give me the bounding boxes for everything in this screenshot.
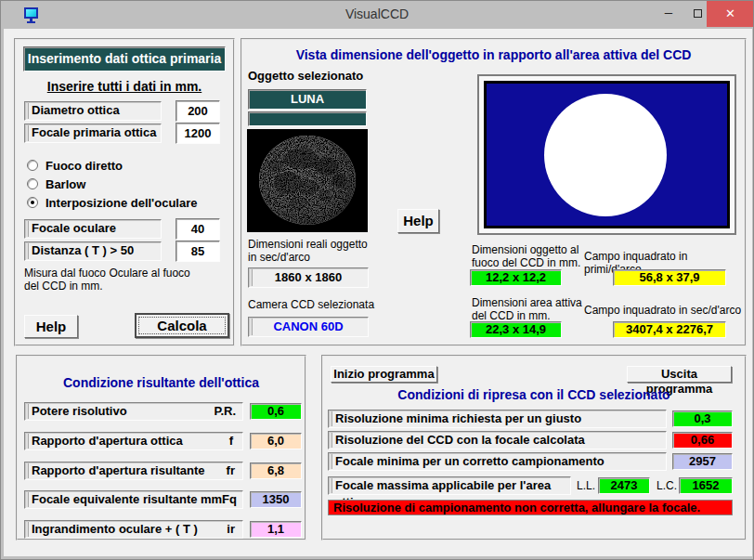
row-symbol: fr	[227, 462, 235, 479]
row-label: Potere risolutivo	[32, 404, 127, 418]
object-select-empty[interactable]	[248, 111, 367, 126]
radio-icon	[27, 160, 38, 171]
measure-note-line2: del CCD in mm.	[24, 280, 103, 293]
ll-label: L.L.	[577, 479, 595, 492]
focale-equivalente-label: Focale equivalente risultante mm. Fq	[24, 490, 243, 509]
window-title: VisualCCD	[1, 7, 753, 21]
distanza-text: Distanza ( T ) > 50	[32, 243, 134, 257]
distanza-input[interactable]: 85	[176, 241, 220, 262]
lc-value: 1652	[679, 477, 733, 494]
row-symbol: ir	[227, 521, 235, 538]
ingrandimento-value: 1,1	[250, 521, 302, 538]
obj-focus-value: 12,2 x 12,2	[470, 269, 562, 286]
primary-optics-panel: Inserimento dati ottica primaria Inserir…	[14, 38, 235, 346]
row-label: Ingrandimento oculare + ( T )	[32, 522, 198, 536]
diametro-ottica-input[interactable]: 200	[176, 100, 220, 122]
row-label: Rapporto d'apertura risultante	[32, 463, 205, 477]
rapporto-risultante-value: 6,8	[250, 462, 302, 479]
dim-reali-value: 1860 x 1860	[248, 267, 369, 288]
focale-oculare-text: Focale oculare	[32, 221, 116, 235]
radio-label: Barlow	[46, 177, 85, 191]
optics-result-title: Condizione risultante dell'ottica	[18, 375, 305, 390]
diametro-ottica-label: Diametro ottica	[24, 101, 162, 121]
focale-oculare-input[interactable]: 40	[176, 218, 220, 240]
view-panel: Vista dimensione dell'oggetto in rapport…	[240, 38, 747, 346]
calcola-button[interactable]: Calcola	[135, 313, 229, 338]
potere-risolutivo-value: 0,6	[250, 403, 302, 420]
row-label: Focale equivalente risultante mm.	[32, 492, 226, 506]
ccd-active-area	[487, 84, 727, 226]
row-symbol: Fq	[222, 491, 237, 508]
campo-sec-label: Campo inquadrato in sec/d'arco	[584, 304, 747, 317]
view-panel-title: Vista dimensione dell'oggetto in rapport…	[242, 47, 745, 62]
radio-icon	[27, 197, 38, 208]
focale-primaria-text: Focale primaria ottica	[32, 125, 156, 139]
help-button-view[interactable]: Help	[397, 209, 439, 233]
minimize-button[interactable]: –	[656, 1, 682, 27]
app-window: VisualCCD – ✕ Inserimento dati ottica pr…	[0, 0, 754, 560]
object-select[interactable]: LUNA	[248, 89, 367, 110]
uscita-programma-button[interactable]: Uscita programma	[627, 366, 732, 383]
focale-minima-value: 2957	[672, 453, 733, 470]
measure-note-line1: Misura dal fuoco Oculare al fuoco	[24, 267, 190, 280]
risoluzione-minima-value: 0,3	[672, 410, 733, 427]
ingrandimento-label: Ingrandimento oculare + ( T ) ir	[24, 520, 243, 539]
risoluzione-minima-label: Risoluzione minima richiesta per un gius…	[328, 410, 667, 428]
obj-focus-label-line1: Dimensioni oggetto al	[472, 243, 578, 256]
rapporto-ottica-label: Rapporto d'apertura ottica f	[24, 432, 243, 450]
radio-label: Fuoco diretto	[46, 159, 123, 173]
rapporto-ottica-value: 6,0	[250, 433, 302, 449]
focale-minima-label: Focale minima per un corretto campioname…	[328, 452, 667, 471]
window-body: Inserimento dati ottica primaria Inserir…	[4, 29, 752, 556]
obj-focus-label-line2: fuoco del CCD in mm.	[472, 256, 580, 269]
units-note: Inserire tutti i dati in mm.	[16, 79, 233, 94]
diametro-ottica-text: Diametro ottica	[32, 103, 120, 117]
dim-reali-text: 1860 x 1860	[275, 270, 342, 284]
focale-oculare-label: Focale oculare	[24, 219, 162, 239]
inizio-programma-button[interactable]: Inizio programma	[331, 366, 437, 383]
ccd-conditions-title: Condizioni di ripresa con il CCD selezio…	[323, 387, 745, 402]
title-bar[interactable]: VisualCCD – ✕	[1, 1, 753, 29]
row-label: Focale minima per un corretto campioname…	[335, 454, 604, 468]
area-label-line2: del CCD in mm.	[472, 309, 551, 322]
focale-primaria-input[interactable]: 1200	[176, 123, 220, 144]
ccd-area-visualization	[477, 74, 736, 235]
rapporto-risultante-label: Rapporto d'apertura risultante fr	[24, 462, 243, 480]
object-disk	[544, 94, 667, 216]
radio-icon	[27, 178, 38, 189]
ll-value: 2473	[598, 477, 650, 494]
close-button[interactable]: ✕	[707, 1, 754, 27]
camera-ccd-value: CANON 60D	[248, 317, 369, 337]
sampling-warning-banner: Risoluzione di campionamento non corrett…	[328, 500, 733, 515]
oggetto-selezionato-label: Oggetto selezionato	[248, 69, 363, 83]
row-label: Rapporto d'apertura ottica	[32, 434, 183, 448]
risoluzione-ccd-value: 0,66	[672, 432, 733, 449]
focale-massima-label: Focale massima applicabile per l'area at…	[328, 476, 571, 495]
focale-primaria-label: Focale primaria ottica	[24, 124, 162, 143]
help-button[interactable]: Help	[24, 315, 78, 338]
lc-label: L.C.	[656, 479, 677, 492]
area-label-line1: Dimensioni area attiva	[472, 296, 582, 309]
dim-reali-label-line1: Dimensioni reali oggetto	[248, 238, 368, 251]
moon-image	[247, 129, 368, 232]
row-symbol: P.R.	[214, 403, 236, 420]
panel-header: Inserimento dati ottica primaria	[23, 46, 226, 72]
distanza-label: Distanza ( T ) > 50	[24, 241, 162, 261]
area-value: 22,3 x 14,9	[470, 321, 562, 338]
radio-label: Interposizione dell'oculare	[46, 196, 197, 210]
camera-ccd-text: CANON 60D	[273, 319, 343, 333]
campo-primi-value: 56,8 x 37,9	[613, 269, 726, 286]
campo-sec-value: 3407,4 x 2276,7	[613, 321, 726, 338]
row-symbol: f	[229, 433, 233, 449]
focale-equivalente-value: 1350	[250, 491, 302, 508]
risoluzione-ccd-label: Risoluzione del CCD con la focale calcol…	[328, 431, 667, 449]
optics-result-panel: Condizione risultante dell'ottica Potere…	[16, 355, 306, 540]
ccd-conditions-panel: Inizio programma Uscita programma Condiz…	[321, 355, 747, 540]
potere-risolutivo-label: Potere risolutivo P.R.	[24, 402, 243, 421]
dim-reali-label-line2: in sec/d'arco	[248, 251, 310, 264]
maximize-icon	[694, 9, 702, 18]
row-label: Risoluzione del CCD con la focale calcol…	[335, 433, 585, 447]
camera-ccd-label: Camera CCD selezionata	[248, 298, 374, 311]
